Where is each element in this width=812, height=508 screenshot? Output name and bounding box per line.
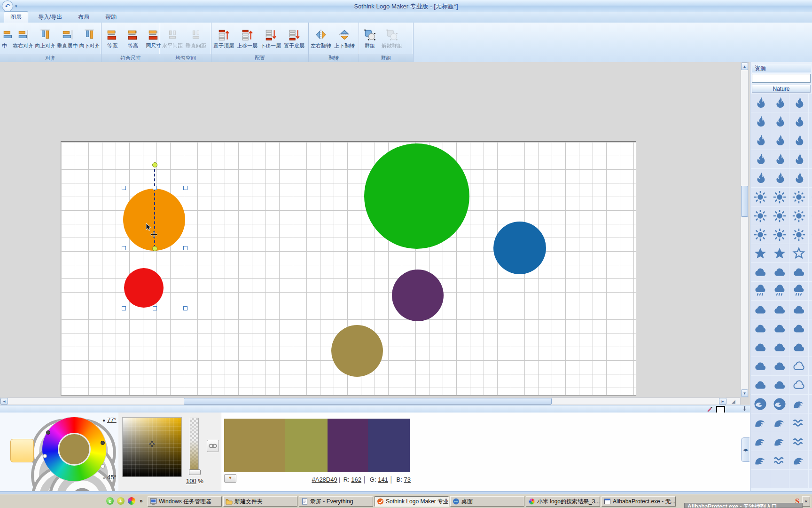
resource-sun-icon[interactable] bbox=[751, 188, 770, 206]
resource-sun-icon[interactable] bbox=[770, 225, 789, 244]
resource-flame-icon[interactable] bbox=[789, 131, 808, 150]
quick-launch-overflow-icon[interactable]: » bbox=[140, 498, 143, 504]
selection-handle[interactable] bbox=[153, 306, 157, 310]
resource-wave-icon[interactable] bbox=[770, 432, 789, 451]
ribbon-button-align-right[interactable]: 靠右对齐 bbox=[12, 28, 34, 50]
secondary-angle-label[interactable]: ○45° bbox=[102, 474, 117, 481]
ribbon-button-flip-h[interactable]: 左右翻转 bbox=[309, 28, 333, 50]
resource-cloud-icon[interactable] bbox=[809, 357, 812, 375]
selection-center-handle[interactable] bbox=[152, 246, 157, 251]
resource-star-o-icon[interactable] bbox=[789, 244, 808, 262]
pushpin-icon[interactable] bbox=[742, 405, 748, 412]
resource-cloud-icon[interactable] bbox=[789, 263, 808, 281]
resource-sun-icon[interactable] bbox=[809, 225, 812, 244]
ribbon-button-send-back[interactable]: 置于底层 bbox=[282, 28, 306, 50]
resource-cloud-icon[interactable] bbox=[809, 338, 812, 357]
resource-wave-icon[interactable] bbox=[789, 395, 808, 413]
resource-sun-icon[interactable] bbox=[789, 225, 808, 244]
resource-wave-zig-icon[interactable] bbox=[809, 451, 812, 469]
resource-cloud-icon[interactable] bbox=[770, 263, 789, 281]
resource-wave-zig-icon[interactable] bbox=[789, 413, 808, 432]
resource-star-icon[interactable] bbox=[809, 244, 812, 262]
resource-flame-icon[interactable] bbox=[770, 150, 789, 168]
selection-handle[interactable] bbox=[183, 306, 187, 310]
sidebar-collapse-icon[interactable]: ◀▶ bbox=[741, 437, 750, 462]
taskbar-button-sothink[interactable]: Sothink Logo Maker 专业... bbox=[375, 496, 449, 507]
resource-flame-icon[interactable] bbox=[809, 150, 812, 168]
ribbon-button-same-height[interactable]: 等高 bbox=[123, 28, 143, 50]
palette-dropdown-button[interactable]: ▼ bbox=[224, 474, 236, 483]
ribbon-button-group[interactable]: 群组 bbox=[359, 28, 380, 50]
selection-handle[interactable] bbox=[153, 186, 157, 190]
resource-cloud-icon[interactable] bbox=[789, 319, 808, 338]
canvas-shape-purple-circle[interactable] bbox=[392, 270, 444, 321]
resource-cloud-o-icon[interactable] bbox=[789, 376, 808, 394]
resource-wave-icon[interactable] bbox=[809, 395, 812, 413]
resource-flame-icon[interactable] bbox=[751, 150, 770, 168]
hscroll-thumb[interactable] bbox=[184, 398, 552, 405]
resource-wave-icon[interactable] bbox=[751, 413, 770, 432]
ribbon-button-move-down[interactable]: 下移一层 bbox=[259, 28, 282, 50]
ribbon-tab-item[interactable]: 导入/导出 bbox=[32, 12, 68, 23]
resource-cloud-o-icon[interactable] bbox=[789, 357, 808, 375]
selection-handle[interactable] bbox=[122, 306, 126, 310]
resource-star-icon[interactable] bbox=[751, 244, 770, 262]
ribbon-button-flip-v[interactable]: 上下翻转 bbox=[333, 28, 356, 50]
resource-flame-icon[interactable] bbox=[789, 112, 808, 131]
360-browser-icon[interactable]: + bbox=[117, 497, 125, 505]
resource-wave-icon[interactable] bbox=[751, 451, 770, 469]
resource-flame-icon[interactable] bbox=[809, 131, 812, 150]
r-value-link[interactable]: 162 bbox=[351, 476, 361, 483]
palette-swatch-2[interactable] bbox=[285, 419, 328, 472]
opacity-label[interactable]: 100 % bbox=[186, 477, 203, 484]
resource-flame-icon[interactable] bbox=[789, 150, 808, 168]
resource-flame-icon[interactable] bbox=[770, 94, 789, 112]
ribbon-button-align-bottom[interactable]: 向下对齐 bbox=[78, 28, 101, 50]
wheel-marker-dark-2[interactable] bbox=[101, 441, 105, 445]
link-colors-button[interactable] bbox=[207, 440, 219, 452]
canvas-shape-olive-circle[interactable] bbox=[331, 325, 383, 377]
palette-swatch-3[interactable] bbox=[328, 419, 368, 472]
resource-cloud-icon[interactable] bbox=[809, 376, 812, 394]
ribbon-tab-item[interactable]: 帮助 bbox=[99, 12, 123, 23]
resource-flame-icon[interactable] bbox=[809, 112, 812, 131]
resource-cloud-icon[interactable] bbox=[751, 301, 770, 319]
resource-star-icon[interactable] bbox=[770, 244, 789, 262]
wheel-marker-light-1[interactable] bbox=[43, 454, 47, 458]
resource-sun-icon[interactable] bbox=[751, 225, 770, 244]
wheel-marker-light-2[interactable] bbox=[101, 464, 105, 468]
resource-wave-icon[interactable] bbox=[809, 413, 812, 432]
resource-wave-icon[interactable] bbox=[770, 413, 789, 432]
resource-flame-icon[interactable] bbox=[809, 169, 812, 187]
color-scheme-button[interactable] bbox=[12, 417, 31, 437]
color-pinwheel-icon[interactable] bbox=[128, 497, 135, 505]
ie-icon[interactable]: e bbox=[106, 497, 114, 505]
resource-cloud-icon[interactable] bbox=[751, 338, 770, 357]
resource-cloud-icon[interactable] bbox=[809, 319, 812, 338]
taskbar-button-folder[interactable]: 新建文件夹 bbox=[223, 496, 297, 507]
resource-sun-icon[interactable] bbox=[789, 188, 808, 206]
resource-sun-icon[interactable] bbox=[809, 188, 812, 206]
resource-flame-icon[interactable] bbox=[751, 169, 770, 187]
palette-swatch-1[interactable] bbox=[224, 419, 285, 472]
resource-cloud-icon[interactable] bbox=[751, 376, 770, 394]
palette-swatch-4[interactable] bbox=[368, 419, 410, 472]
resource-flame-icon[interactable] bbox=[789, 94, 808, 112]
resource-sun-icon[interactable] bbox=[770, 188, 789, 206]
vscroll-thumb[interactable] bbox=[741, 186, 748, 217]
taskbar-button-window[interactable]: AlibabaProtect.exe - 无... bbox=[601, 496, 676, 507]
rotation-handle[interactable] bbox=[152, 162, 157, 167]
selection-handle[interactable] bbox=[122, 186, 126, 190]
ribbon-button-bring-front[interactable]: 置于顶层 bbox=[212, 28, 235, 50]
scroll-up-icon[interactable]: ▲ bbox=[741, 63, 748, 70]
ribbon-tab-item[interactable]: 布局 bbox=[72, 12, 95, 23]
resource-flame-icon[interactable] bbox=[770, 131, 789, 150]
resource-wave-circle-icon[interactable] bbox=[751, 395, 770, 413]
scroll-down-icon[interactable]: ▼ bbox=[741, 389, 748, 397]
hex-value-link[interactable]: #A28D49 bbox=[312, 476, 337, 483]
opacity-slider[interactable] bbox=[190, 418, 199, 474]
resource-wave-icon[interactable] bbox=[789, 451, 808, 469]
resource-cloud-icon[interactable] bbox=[751, 263, 770, 281]
resource-flame-icon[interactable] bbox=[809, 94, 812, 112]
resource-flame-icon[interactable] bbox=[789, 169, 808, 187]
